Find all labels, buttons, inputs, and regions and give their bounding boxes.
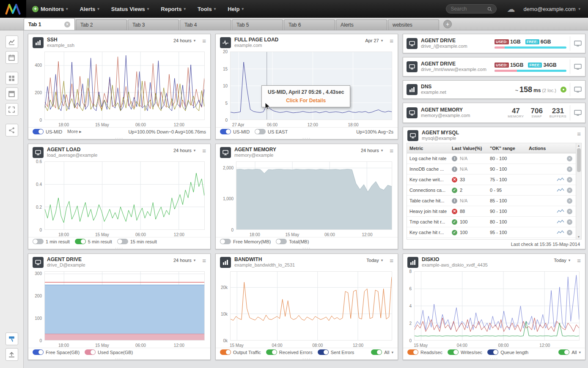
15min-toggle[interactable] [117,239,128,244]
open-monitor-button[interactable] [570,36,585,51]
widget-drag-handle[interactable]: .... [28,356,210,360]
open-monitor-button[interactable] [570,60,585,74]
tab-3[interactable]: Tab 3 [128,19,179,30]
widget-menu-icon[interactable]: ≡ [202,147,206,154]
memory-range-dropdown[interactable]: 24 hours▾ [361,147,383,153]
sidebar-window-button[interactable] [5,87,18,100]
bandwidth-range-dropdown[interactable]: Today▾ [366,257,383,263]
us-mid-toggle[interactable] [33,129,44,134]
reads-toggle[interactable] [407,349,418,355]
scroll-down-icon[interactable]: ▼ [577,235,580,238]
queue-length-toggle[interactable] [487,349,498,355]
app-logo[interactable] [0,0,26,18]
tab-6[interactable]: Tab 6 [284,19,335,30]
tab-websites[interactable]: websites [388,19,439,30]
widget-menu-icon[interactable]: ≡ [202,37,206,44]
drive-range-dropdown[interactable]: 24 hours▾ [173,257,195,263]
used-space-toggle[interactable] [85,349,96,355]
all-series-toggle[interactable] [558,349,569,355]
widget-drag-handle[interactable]: .... [28,245,210,249]
caret-down-icon[interactable]: ▾ [391,350,393,354]
chart-tooltip[interactable]: US-MID, April 27 05:26 , 4.43sec Click F… [261,85,350,107]
remove-metric-button[interactable]: × [567,219,572,225]
remove-metric-button[interactable]: × [567,188,572,193]
fullpage-date-dropdown[interactable]: Apr 27▾ [365,37,383,43]
widget-drag-handle[interactable]: .... [216,136,398,139]
sidebar-expand-button[interactable] [5,103,18,116]
ssh-range-dropdown[interactable]: 24 hours▾ [173,37,195,43]
all-series-toggle[interactable] [371,349,382,355]
widget-drag-handle[interactable]: .... [216,356,398,360]
nav-tools[interactable]: Tools ▾ [192,0,222,18]
table-row[interactable]: Tmp cache hit r... ✓100 80 - 100 × [407,217,576,227]
search-input[interactable] [450,5,487,12]
table-row[interactable]: Connections ca... ✓2 0 - 95 × [407,185,576,196]
ssh-chart[interactable]: 020040018:0015 May06:0012:00 [30,50,207,127]
add-tab-button[interactable]: + [443,20,452,28]
table-row[interactable]: Heavy join hit rate ✕88 90 - 100 × [407,206,576,217]
tab-5[interactable]: Tab 5 [232,19,283,30]
1min-toggle[interactable] [33,239,44,244]
nav-monitors[interactable]: + Monitors ▾ [26,0,74,18]
table-row[interactable]: Log cache hit rate !N/A 80 - 100 × [407,153,576,164]
nav-help[interactable]: Help ▾ [222,0,250,18]
open-monitor-button[interactable] [570,105,585,120]
bandwidth-chart[interactable]: 0k10k20k15 May04:0008:0012:00 [217,270,394,348]
nav-alerts[interactable]: Alerts ▾ [74,0,105,18]
sidebar-dashboard-button[interactable] [5,72,18,85]
widget-drag-handle[interactable]: .... [403,356,585,360]
sidebar-share-button[interactable] [5,124,18,136]
widget-drag-handle[interactable]: .... [216,245,398,249]
sidebar-brush-button[interactable] [5,333,18,345]
user-menu[interactable]: demo@example.com ▾ [523,6,580,12]
5min-toggle[interactable] [75,239,86,244]
widget-menu-icon[interactable]: ≡ [202,257,206,264]
widget-menu-icon[interactable]: ≡ [577,130,581,137]
remove-metric-button[interactable]: × [567,209,572,214]
open-monitor-button[interactable] [570,83,585,96]
table-row[interactable]: InnoDB cache ... !N/A 90 - 100 × [407,164,576,174]
view-history-button[interactable] [557,209,564,214]
widget-menu-icon[interactable]: ≡ [390,147,393,154]
nav-reports[interactable]: Reports ▾ [155,0,192,18]
us-mid-toggle[interactable] [220,129,231,134]
agent-drive-chart[interactable]: 010020030018:0015 May06:0012:00 [30,270,207,348]
table-scrollbar[interactable]: ▲ ▼ [576,143,581,239]
sidebar-calendar-button[interactable] [5,51,18,64]
agent-load-chart[interactable]: 00.20.40.618:0015 May06:0012:00 [30,160,207,237]
sidebar-chart-button[interactable] [5,35,18,48]
widget-menu-icon[interactable]: ≡ [577,257,581,264]
output-traffic-toggle[interactable] [220,349,231,355]
tab-4[interactable]: Tab 4 [180,19,231,30]
remove-metric-button[interactable]: × [567,230,572,235]
tab-1[interactable]: Tab 1 × [24,18,75,30]
agent-memory-chart[interactable]: 01,0002,00018:0015 May06:0012:00 [217,160,394,237]
diskio-range-dropdown[interactable]: Today▾ [554,257,570,263]
load-range-dropdown[interactable]: 24 hours▾ [173,147,195,153]
table-row[interactable]: Key cache writ... ✕33 75 - 100 × [407,174,576,185]
tab-2[interactable]: Tab 2 [76,19,127,30]
writes-toggle[interactable] [448,349,459,355]
view-history-button[interactable] [557,188,564,193]
sent-errors-toggle[interactable] [318,349,329,355]
cloud-icon[interactable]: ☁ [507,4,515,14]
free-memory-toggle[interactable] [220,239,231,244]
view-history-button[interactable] [557,177,564,182]
more-link[interactable]: More ▸ [67,129,82,134]
remove-metric-button[interactable]: × [567,198,572,204]
scroll-up-icon[interactable]: ▲ [577,144,580,147]
remove-metric-button[interactable]: × [567,166,572,172]
diskio-chart[interactable]: 0246815 May04:0008:0012:00 [405,270,582,348]
total-toggle[interactable] [276,239,287,244]
free-space-toggle[interactable] [33,349,44,355]
tab-alerts[interactable]: Alerts [336,19,387,30]
tooltip-details-link[interactable]: Click For Details [268,98,344,104]
view-history-button[interactable] [557,230,564,235]
widget-menu-icon[interactable]: ≡ [390,257,393,264]
widget-menu-icon[interactable]: ≡ [390,37,393,44]
table-row[interactable]: Table cache hit... !N/A 85 - 100 × [407,196,576,206]
search-box[interactable] [446,4,497,14]
us-east-toggle[interactable] [255,129,266,134]
sidebar-upload-button[interactable] [5,348,18,361]
scrollbar-thumb[interactable] [577,148,581,172]
